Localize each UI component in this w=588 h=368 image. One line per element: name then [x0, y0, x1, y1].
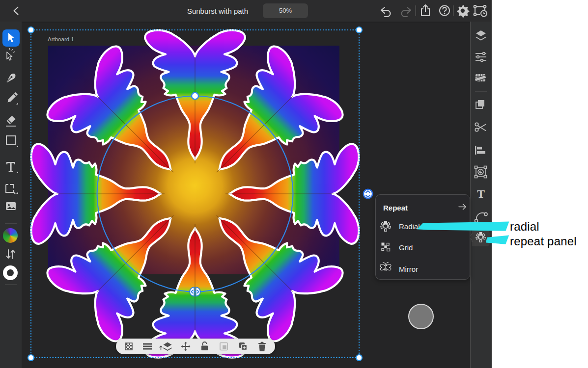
- svg-text:Artboard 1: Artboard 1: [48, 36, 74, 42]
- svg-text:T: T: [477, 187, 485, 200]
